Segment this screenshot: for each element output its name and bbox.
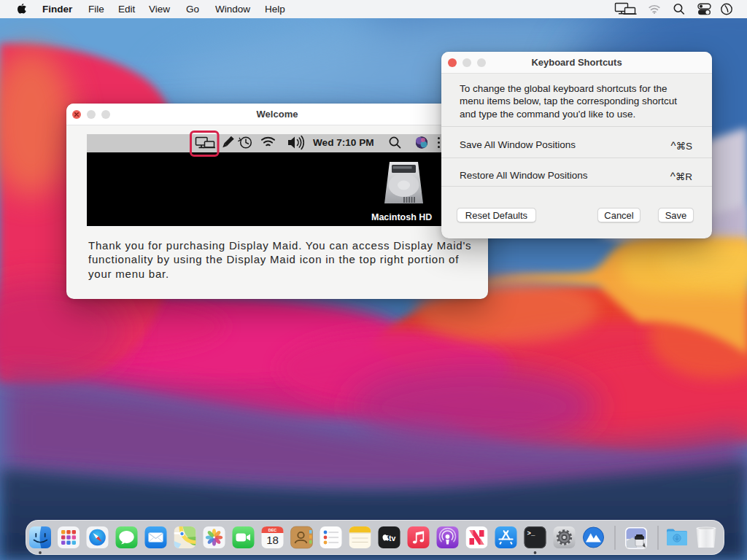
svg-text:Wed 7:10 PM: Wed 7:10 PM [313, 137, 374, 148]
svg-text:>_: >_ [527, 530, 535, 537]
svg-text:Macintosh HD: Macintosh HD [371, 212, 432, 222]
svg-text:18: 18 [266, 534, 279, 546]
svg-text:DEC: DEC [268, 528, 276, 532]
svg-text:tv: tv [389, 534, 395, 542]
